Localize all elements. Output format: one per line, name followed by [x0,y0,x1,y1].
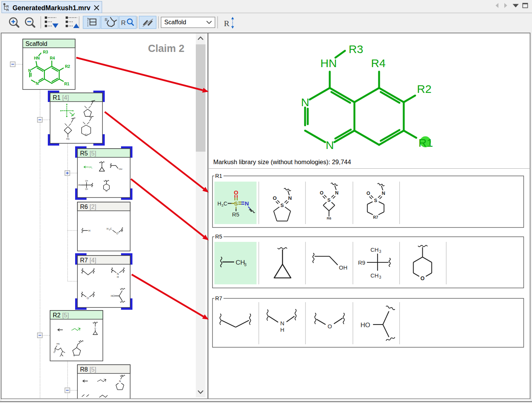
svg-text:O: O [94,327,96,329]
svg-text:N: N [36,81,39,86]
svg-text:CH: CH [85,188,88,190]
svg-text:R2: R2 [417,83,431,95]
svg-text:3: 3 [91,168,92,169]
svg-text:CH: CH [85,180,88,182]
svg-text:R: R [121,19,126,27]
svg-text:HN: HN [57,343,60,345]
svg-text:O: O [367,191,370,196]
svg-text:N: N [335,190,338,196]
svg-text:O: O [273,195,277,201]
svg-text:H: H [107,227,109,230]
svg-text:N: N [119,380,121,383]
svg-text:R3: R3 [43,50,48,54]
svg-text:N: N [326,139,334,151]
svg-text:R2: R2 [65,64,70,69]
svg-text:CH: CH [370,246,379,253]
svg-text:C: C [110,227,112,230]
svg-text:OH: OH [119,168,122,170]
svg-text:GeneratedMarkush1.mrv: GeneratedMarkush1.mrv [13,4,90,12]
svg-text:O: O [54,351,55,353]
svg-text:3: 3 [244,262,247,267]
svg-text:N: N [280,320,285,326]
svg-text:S: S [374,198,377,203]
svg-text:3: 3 [222,204,224,207]
svg-text:C: C [224,201,227,207]
svg-text:H: H [117,276,119,278]
svg-text:O: O [116,232,118,235]
svg-text:O: O [87,297,89,300]
svg-text:HN: HN [320,57,337,69]
svg-text:R7: R7 [85,133,88,136]
svg-text:N: N [382,191,385,196]
svg-text:O: O [105,190,107,192]
svg-text:O: O [320,190,324,196]
svg-text:R9: R9 [79,184,81,186]
svg-text:H: H [88,229,90,232]
svg-text:R6: R6 [66,138,70,140]
svg-text:R1: R1 [215,173,222,179]
svg-text:3: 3 [379,275,381,279]
svg-text:Scaffold: Scaffold [164,19,186,25]
svg-text:R4: R4 [50,56,55,60]
svg-text:R: R [224,19,230,28]
svg-text:R3: R3 [349,43,363,55]
svg-text:R5 [5]: R5 [5] [80,150,96,157]
svg-text:O: O [327,323,332,329]
svg-text:R: R [105,18,107,22]
svg-text:OH: OH [339,264,348,271]
svg-text:CH: CH [370,272,379,279]
svg-text:O: O [234,189,238,196]
svg-text:Claim 2: Claim 2 [148,43,184,54]
svg-text:S: S [327,198,331,203]
svg-text:R1: R1 [419,136,433,149]
svg-text:R5: R5 [232,211,239,218]
svg-text:Markush library size (without: Markush library size (without homologies… [213,158,351,165]
svg-text:HO: HO [111,295,115,297]
svg-text:H: H [280,326,285,333]
svg-text:R1 [4]: R1 [4] [53,94,69,101]
svg-text:N: N [117,273,119,275]
svg-text:R9: R9 [358,259,365,266]
svg-text:R7: R7 [215,295,222,301]
svg-text:R2 [5]: R2 [5] [53,312,69,318]
svg-text:R5: R5 [215,234,222,240]
svg-text:R: R [6,8,9,12]
svg-text:R6: R6 [327,216,331,220]
svg-text:HO: HO [360,321,370,329]
svg-text:N: N [301,96,309,108]
svg-text:O: O [420,275,425,281]
svg-text:R7: R7 [373,215,378,220]
svg-text:R7 [4]: R7 [4] [80,257,96,263]
svg-text:R6 [2]: R6 [2] [80,204,96,210]
svg-text:3: 3 [379,249,381,254]
svg-text:Scaffold: Scaffold [25,41,47,47]
svg-text:S: S [280,202,284,208]
svg-text:N: N [245,200,249,207]
svg-text:H: H [217,201,221,207]
svg-text:N: N [288,195,292,201]
svg-text:N: N [73,354,75,357]
svg-text:R8 [5]: R8 [5] [80,366,96,373]
svg-text:N: N [28,68,31,73]
svg-text:S: S [234,200,238,207]
svg-text:CH: CH [236,259,245,266]
svg-text:HN: HN [34,56,39,60]
svg-text:R1: R1 [64,82,69,86]
svg-text:R4: R4 [371,57,386,69]
